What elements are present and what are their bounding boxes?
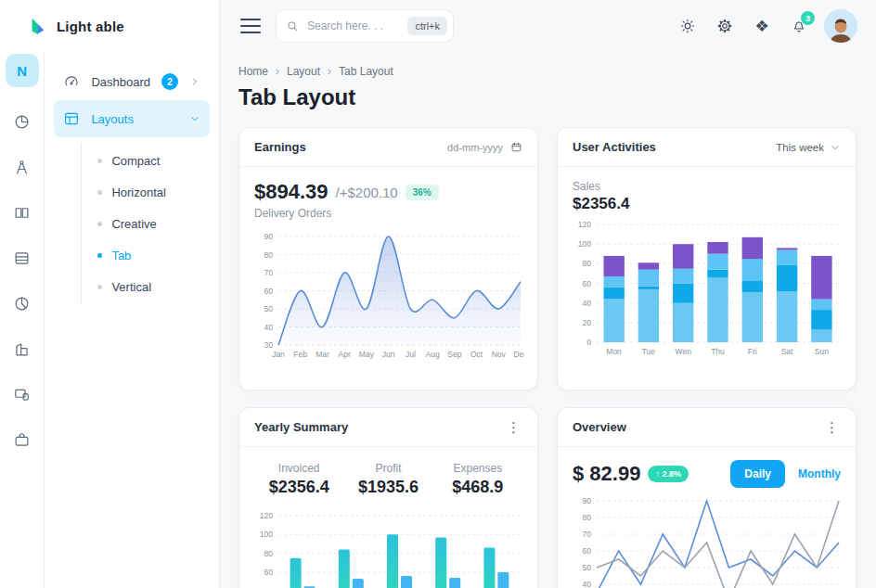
- breadcrumb-separator: ›: [328, 65, 331, 78]
- left-panel: Light able N: [0, 0, 220, 588]
- svg-text:30: 30: [264, 340, 274, 350]
- sidebar-item-label: Layouts: [91, 112, 178, 126]
- rail-item-apps[interactable]: [11, 428, 33, 451]
- brand-logo[interactable]: Light able: [0, 0, 219, 52]
- sidebar-item-dashboard[interactable]: Dashboard 2: [54, 63, 210, 100]
- earnings-amount: $894.39: [254, 180, 328, 204]
- stat-label: Invoiced: [254, 462, 343, 475]
- hamburger-icon: [240, 19, 261, 20]
- user-activities-card: User Activities This week Sales $2356.4 …: [557, 127, 857, 390]
- pie-chart-icon: [13, 113, 31, 131]
- search-input[interactable]: [305, 19, 401, 33]
- submenu-item-tab[interactable]: Tab: [82, 239, 210, 271]
- search-box[interactable]: ctrl+k: [276, 9, 454, 43]
- earnings-area-chart: 30405060708090JanFebMarAprMayJunJulAugSe…: [254, 231, 522, 361]
- rail-item-tables[interactable]: [11, 247, 33, 269]
- bullet-dot-icon: [97, 222, 102, 226]
- apps-button[interactable]: ❖: [746, 10, 778, 42]
- cards-grid: Earnings dd-mm-yyyy $894.39 /+$200.10 36…: [238, 127, 857, 588]
- svg-text:60: 60: [583, 546, 592, 556]
- main-content: Home › Layout › Tab Layout Tab Layout Ea…: [220, 52, 876, 588]
- card-title: Yearly Summary: [254, 420, 348, 434]
- user-avatar[interactable]: [824, 9, 857, 43]
- left-body: N: [0, 52, 219, 588]
- rail-item-charts[interactable]: [11, 292, 33, 314]
- card-menu-button[interactable]: ⋮: [823, 420, 841, 434]
- sales-label: Sales: [573, 180, 841, 193]
- svg-text:40: 40: [264, 323, 274, 332]
- settings-button[interactable]: [709, 10, 741, 42]
- notifications-button[interactable]: 3: [783, 10, 815, 42]
- filter-label: This week: [776, 142, 824, 153]
- svg-text:Tue: Tue: [642, 347, 656, 356]
- stat-invoiced: Invoiced $2356.4: [254, 462, 343, 497]
- date-picker-input[interactable]: dd-mm-yyyy: [447, 141, 522, 153]
- rail-item-devices[interactable]: [11, 383, 33, 405]
- svg-text:40: 40: [583, 299, 592, 308]
- svg-text:Aug: Aug: [426, 350, 440, 359]
- breadcrumb-home[interactable]: Home: [238, 65, 268, 78]
- stat-expenses: Expenses $468.9: [433, 462, 522, 497]
- search-icon: [286, 19, 299, 32]
- submenu-item-horizontal[interactable]: Horizontal: [82, 176, 210, 208]
- monthly-tab-button[interactable]: Monthly: [798, 467, 841, 480]
- svg-text:100: 100: [578, 239, 591, 249]
- svg-text:100: 100: [260, 530, 273, 539]
- submenu-item-label: Creative: [111, 217, 156, 231]
- card-title: User Activities: [573, 140, 656, 154]
- bullet-dot-icon: [97, 190, 102, 195]
- breadcrumb-current: Tab Layout: [339, 65, 393, 78]
- svg-text:50: 50: [583, 563, 592, 572]
- svg-text:60: 60: [264, 287, 274, 296]
- workspace-initial-badge[interactable]: N: [6, 54, 39, 87]
- submenu-item-vertical[interactable]: Vertical: [82, 271, 210, 302]
- stat-profit: Profit $1935.6: [343, 462, 432, 497]
- svg-text:Oct: Oct: [470, 350, 483, 359]
- bullet-dot-icon: [97, 253, 102, 258]
- svg-text:90: 90: [583, 496, 592, 505]
- svg-text:40: 40: [583, 580, 592, 588]
- rail-item-pages[interactable]: [11, 201, 33, 224]
- rail-item-company[interactable]: [11, 338, 33, 360]
- svg-text:90: 90: [264, 232, 274, 241]
- sidebar-item-label: Dashboard: [91, 75, 150, 89]
- submenu-item-label: Vertical: [111, 280, 151, 294]
- layouts-submenu: Compact Horizontal Creative Tab: [81, 143, 210, 304]
- card-menu-button[interactable]: ⋮: [505, 420, 522, 434]
- svg-text:20: 20: [583, 318, 592, 327]
- svg-text:50: 50: [264, 304, 274, 313]
- svg-text:Mon: Mon: [606, 347, 622, 356]
- drafting-compass-icon: [13, 159, 31, 176]
- rail-item-design[interactable]: [11, 156, 33, 178]
- diamond-grid-icon: ❖: [754, 19, 768, 34]
- app-root: Light able N: [0, 0, 876, 588]
- submenu-item-compact[interactable]: Compact: [82, 145, 210, 176]
- search-shortcut-chip: ctrl+k: [407, 17, 447, 35]
- week-filter-dropdown[interactable]: This week: [776, 142, 841, 153]
- rail-item-statistics[interactable]: [11, 110, 33, 133]
- devices-icon: [13, 386, 31, 403]
- sidebar-item-layouts[interactable]: Layouts: [54, 100, 210, 137]
- stat-value: $1935.6: [343, 478, 432, 497]
- breadcrumb-separator: ›: [276, 65, 279, 78]
- yearly-summary-card: Yearly Summary ⋮ Invoiced $2356.4 Profit…: [238, 407, 538, 588]
- daily-tab-button[interactable]: Daily: [730, 460, 785, 488]
- svg-text:80: 80: [583, 513, 592, 522]
- donut-chart-icon: [13, 295, 31, 313]
- svg-text:Jun: Jun: [382, 350, 395, 359]
- theme-toggle-button[interactable]: [672, 10, 703, 42]
- breadcrumb-layout[interactable]: Layout: [287, 65, 320, 78]
- sales-value: $2356.4: [573, 195, 841, 213]
- period-toggle: Daily Monthly: [730, 460, 841, 488]
- svg-text:Mar: Mar: [316, 350, 329, 359]
- icon-rail: N: [0, 52, 45, 588]
- submenu-item-creative[interactable]: Creative: [82, 208, 210, 239]
- card-title: Earnings: [254, 140, 306, 154]
- stat-label: Profit: [343, 462, 432, 475]
- svg-text:80: 80: [583, 259, 592, 268]
- svg-text:Feb: Feb: [293, 350, 307, 359]
- earnings-card: Earnings dd-mm-yyyy $894.39 /+$200.10 36…: [238, 127, 538, 390]
- hamburger-menu-button[interactable]: [240, 19, 261, 33]
- submenu-item-label: Tab: [111, 249, 131, 262]
- gauge-icon: [63, 73, 80, 90]
